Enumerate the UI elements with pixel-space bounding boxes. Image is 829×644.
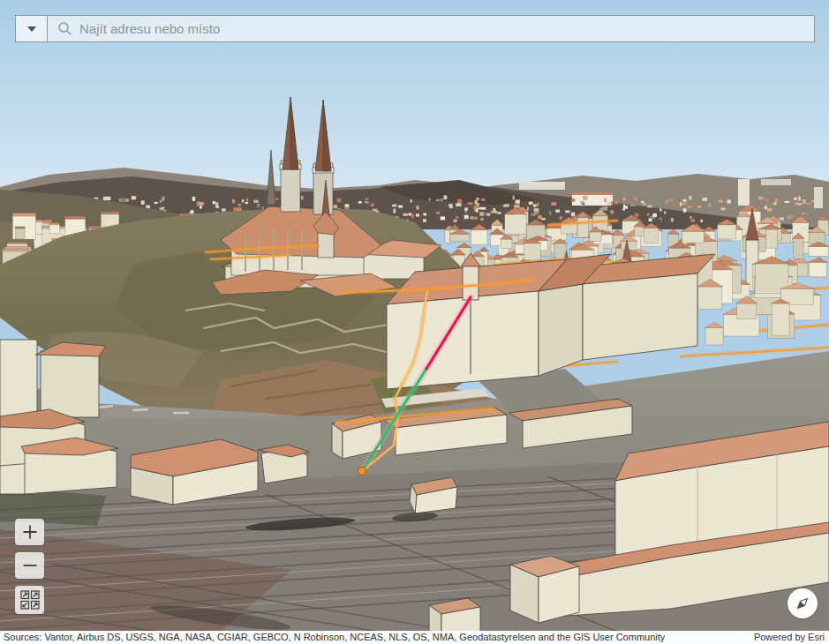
search-input[interactable] [72,16,814,41]
pan-rotate-toggle-icon [20,590,40,610]
compass-needle-icon [792,593,813,614]
zoom-in-button[interactable] [15,519,44,545]
map-3d-scene[interactable] [0,0,829,644]
scene-viewer: Sources: Vantor, Airbus DS, USGS, NGA, N… [0,0,829,644]
observer-point [358,468,366,476]
navigation-toggle-button[interactable] [15,586,44,614]
attribution-bar: Sources: Vantor, Airbus DS, USGS, NGA, N… [0,631,829,644]
search-source-dropdown[interactable] [16,16,48,41]
attribution-sources: Sources: Vantor, Airbus DS, USGS, NGA, N… [0,631,665,644]
zoom-out-button[interactable] [15,552,44,579]
search-field-wrap [48,16,814,41]
caret-down-icon [27,26,36,32]
compass-button[interactable] [788,588,818,618]
powered-by-esri[interactable]: Powered by Esri [750,631,829,644]
minus-icon [22,558,38,573]
magnifier-icon [57,21,72,36]
search-bar [15,15,815,42]
plus-icon [22,524,38,540]
